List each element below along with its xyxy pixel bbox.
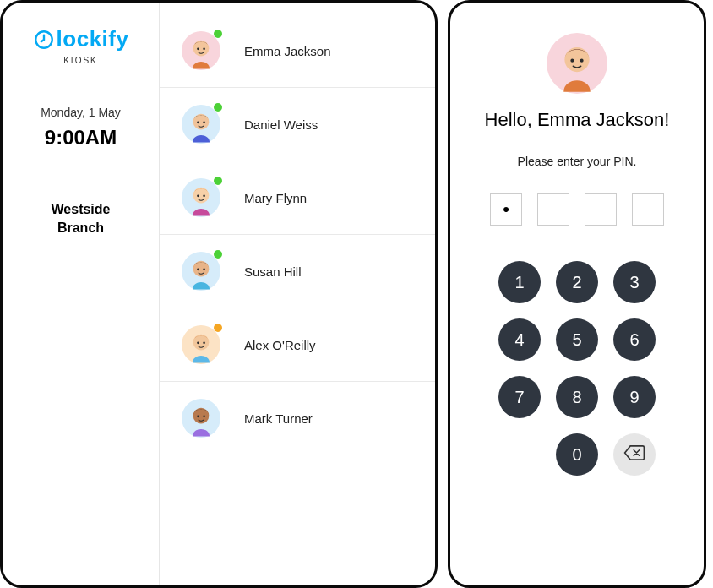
svg-point-11 — [197, 195, 199, 198]
current-time: 9:00AM — [3, 126, 159, 150]
pin-boxes: • — [469, 193, 685, 226]
selected-user-avatar — [547, 33, 607, 94]
svg-point-28 — [580, 59, 584, 63]
kiosk-device: lockify KIOSK Monday, 1 May 9:00AM Wests… — [0, 0, 438, 588]
keypad-key-9[interactable]: 9 — [613, 376, 656, 418]
greeting: Hello, Emma Jackson! — [469, 109, 685, 131]
sidebar: lockify KIOSK Monday, 1 May 9:00AM Wests… — [3, 3, 160, 585]
pin-panel: Hello, Emma Jackson! Please enter your P… — [450, 3, 704, 484]
svg-point-23 — [197, 416, 199, 418]
keypad-key-2[interactable]: 2 — [556, 261, 598, 303]
user-name: Emma Jackson — [244, 44, 331, 58]
svg-point-24 — [203, 416, 205, 418]
status-dot-icon — [214, 177, 222, 185]
avatar-wrap — [182, 252, 220, 291]
svg-point-20 — [203, 342, 205, 345]
avatar-wrap — [182, 178, 220, 217]
pin-box — [585, 193, 617, 226]
user-list: Emma Jackson Daniel Weiss Mary Flynn — [160, 3, 435, 585]
status-dot-icon — [214, 250, 222, 259]
svg-point-3 — [197, 48, 199, 51]
keypad-key-7[interactable]: 7 — [498, 376, 541, 418]
keypad-key-3[interactable]: 3 — [613, 261, 656, 303]
keypad: 1234567890 — [469, 261, 685, 476]
keypad-key-0[interactable]: 0 — [556, 433, 598, 476]
keypad-key-6[interactable]: 6 — [613, 318, 656, 361]
keypad-backspace[interactable] — [613, 433, 656, 476]
user-row[interactable]: Alex O'Reilly — [160, 308, 435, 382]
user-row[interactable]: Mary Flynn — [160, 161, 435, 235]
svg-point-8 — [203, 122, 205, 124]
brand-name: lockify — [57, 26, 129, 52]
user-row[interactable]: Mark Turner — [160, 382, 435, 455]
avatar-wrap — [182, 399, 220, 438]
clock-icon — [33, 29, 55, 51]
avatar-wrap — [182, 31, 220, 70]
keypad-key-4[interactable]: 4 — [498, 318, 541, 361]
status-dot-icon — [214, 30, 222, 38]
user-name: Alex O'Reilly — [244, 338, 316, 352]
current-date: Monday, 1 May — [3, 106, 159, 119]
pin-box — [537, 193, 569, 226]
status-dot-icon — [214, 324, 222, 332]
status-dot-icon — [214, 103, 222, 112]
pin-box — [632, 193, 664, 226]
svg-point-15 — [197, 269, 199, 271]
pin-instruction: Please enter your PIN. — [469, 155, 685, 168]
user-row[interactable]: Emma Jackson — [160, 24, 435, 88]
svg-point-7 — [197, 122, 199, 124]
user-avatar — [182, 399, 220, 438]
branch-line-2: Branch — [3, 219, 159, 237]
keypad-spacer — [498, 433, 541, 476]
pin-box: • — [490, 193, 522, 226]
avatar-wrap — [182, 105, 220, 144]
brand: lockify KIOSK — [3, 26, 159, 65]
backspace-icon — [623, 444, 645, 466]
keypad-key-8[interactable]: 8 — [556, 376, 598, 418]
user-name: Mark Turner — [244, 411, 313, 426]
svg-point-12 — [203, 195, 205, 198]
user-row[interactable]: Daniel Weiss — [160, 88, 435, 161]
user-name: Mary Flynn — [244, 191, 307, 205]
avatar-wrap — [182, 325, 220, 364]
user-name: Susan Hill — [244, 264, 302, 279]
keypad-key-1[interactable]: 1 — [498, 261, 541, 303]
branch-line-1: Westside — [3, 200, 159, 219]
keypad-key-5[interactable]: 5 — [556, 318, 598, 361]
svg-point-16 — [203, 269, 205, 271]
user-name: Daniel Weiss — [244, 117, 318, 132]
user-row[interactable]: Susan Hill — [160, 235, 435, 308]
svg-point-19 — [197, 342, 199, 345]
svg-point-4 — [203, 48, 205, 51]
branch-name: Westside Branch — [3, 200, 159, 238]
brand-subtitle: KIOSK — [3, 56, 159, 65]
pin-device: Hello, Emma Jackson! Please enter your P… — [448, 0, 706, 588]
svg-point-27 — [570, 59, 574, 63]
brand-logo: lockify — [33, 26, 129, 52]
